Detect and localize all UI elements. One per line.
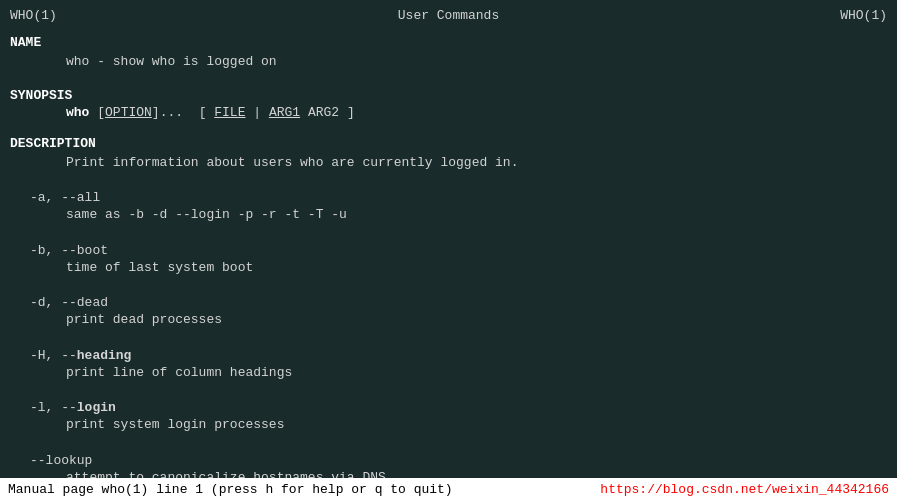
option-login-desc: print system login processes (10, 415, 887, 435)
option-dead-desc: print dead processes (10, 310, 887, 330)
section-name: NAME who - show who is logged on (10, 35, 887, 72)
option-lookup-desc: attempt to canonicalize hostnames via DN… (10, 468, 887, 479)
section-synopsis: SYNOPSIS who [OPTION]... [ FILE | ARG1 A… (10, 88, 887, 120)
status-bar-left: Manual page who(1) line 1 (press h for h… (8, 482, 453, 497)
terminal-content: WHO(1) User Commands WHO(1) NAME who - s… (0, 0, 897, 478)
option-all-flag: -a, --all (10, 190, 887, 205)
option-dead-flag: -d, --dead (10, 295, 887, 310)
synopsis-args: [OPTION]... [ FILE | ARG1 ARG2 ] (97, 105, 355, 120)
option-lookup-flag: --lookup (10, 453, 887, 468)
man-page-header: WHO(1) User Commands WHO(1) (10, 8, 887, 23)
status-bar: Manual page who(1) line 1 (press h for h… (0, 478, 897, 500)
option-boot-flag: -b, --boot (10, 243, 887, 258)
description-intro: Print information about users who are cu… (10, 153, 887, 173)
synopsis-label: SYNOPSIS (10, 88, 887, 103)
option-heading-desc: print line of column headings (10, 363, 887, 383)
option-heading-flag: -H, --heading (10, 348, 887, 363)
option-login-flag: -l, --login (10, 400, 887, 415)
synopsis-content: who [OPTION]... [ FILE | ARG1 ARG2 ] (10, 105, 887, 120)
synopsis-cmd-word: who (66, 105, 89, 120)
header-right: WHO(1) (840, 8, 887, 23)
section-description: DESCRIPTION Print information about user… (10, 136, 887, 479)
description-label: DESCRIPTION (10, 136, 887, 151)
option-boot-desc: time of last system boot (10, 258, 887, 278)
option-all-desc: same as -b -d --login -p -r -t -T -u (10, 205, 887, 225)
header-left: WHO(1) (10, 8, 57, 23)
name-label: NAME (10, 35, 887, 50)
name-content: who - show who is logged on (10, 52, 887, 72)
header-center: User Commands (398, 8, 499, 23)
status-bar-right: https://blog.csdn.net/weixin_44342166 (600, 482, 889, 497)
